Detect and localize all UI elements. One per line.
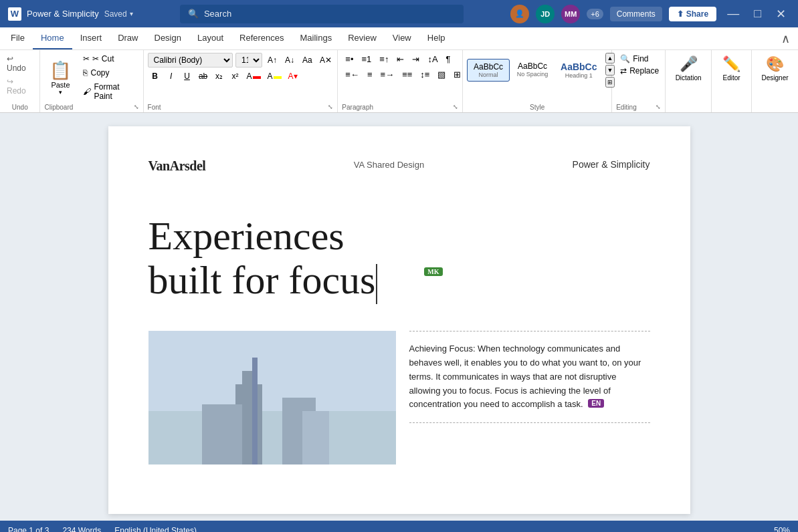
font-expand-icon[interactable]: ⤡ [328,104,333,110]
decrease-indent-button[interactable]: ⇤ [393,53,407,65]
underline-button[interactable]: U [180,70,195,82]
subscript-button[interactable]: x₂ [212,70,227,82]
top-dotted-line [409,331,650,331]
doc-subtitle-area: VA Shared Design [354,158,424,170]
bullets-button[interactable]: ≡• [342,53,357,65]
ribbon-collapse-button[interactable]: ∧ [776,31,795,46]
editor-label: Editor [722,74,740,82]
editor-icon: ✏️ [722,55,740,73]
editor-button[interactable]: ✏️ Editor [716,53,747,84]
paste-label: Paste [51,81,70,89]
status-bar: Page 1 of 3 234 Words English (United St… [0,521,798,532]
increase-indent-button[interactable]: ⇥ [409,53,423,65]
paragraph-expand-icon[interactable]: ⤡ [453,104,458,110]
show-formatting-button[interactable]: ¶ [443,53,454,65]
font-case-button[interactable]: Aa [300,54,314,66]
style-heading1[interactable]: AaBbCc Heading 1 [555,59,602,82]
para-row1: ≡• ≡1 ≡↑ ⇤ ⇥ ↕A ¶ [342,53,458,65]
search-bar[interactable]: 🔍 Search [180,5,464,23]
status-bar-left: Page 1 of 3 234 Words English (United St… [8,526,197,532]
doc-heading[interactable]: Experiences built for focus MK [148,214,650,304]
multilevel-button[interactable]: ≡↑ [376,53,392,65]
text-color-button[interactable]: A▾ [286,70,300,82]
building-svg [148,331,396,464]
tab-help[interactable]: Help [419,27,454,49]
justify-button[interactable]: ≡≡ [399,68,415,81]
format-paint-button[interactable]: 🖌Format Paint [79,81,138,102]
avatar-user1: 👤 [510,5,529,23]
tab-draw[interactable]: Draw [110,27,146,49]
clipboard-expand-icon[interactable]: ⤡ [134,104,139,110]
doc-image [148,331,396,464]
tab-design[interactable]: Design [146,27,189,49]
style-no-spacing[interactable]: AaBbCc No Spacing [511,59,554,82]
font-clear-button[interactable]: A✕ [317,54,333,66]
sort-button[interactable]: ↕A [424,53,441,65]
font-color-button[interactable]: A [244,70,264,82]
saved-indicator[interactable]: Saved [104,9,133,19]
font-grow-button[interactable]: A↑ [265,54,280,66]
tab-home[interactable]: Home [33,27,72,49]
minimize-button[interactable]: — [723,7,743,21]
paste-button[interactable]: 📋 Paste ▾ [44,57,76,98]
language: English (United States) [114,526,197,532]
align-right-button[interactable]: ≡→ [377,68,398,81]
font-family-select[interactable]: Calibri (Body) [148,53,233,68]
para-row2: ≡← ≡ ≡→ ≡≡ ↕≡ ▧ ⊞ [342,68,458,81]
replace-button[interactable]: ⇄Replace [616,65,661,77]
shading-button[interactable]: ▧ [434,68,449,81]
en-cursor-area: EN [585,399,604,409]
align-center-button[interactable]: ≡ [364,68,376,81]
editing-group-label: Editing [616,102,637,111]
clipboard-controls: 📋 Paste ▾ ✂✂ Cut ⎘Copy 🖌Format Paint [44,53,138,102]
line-spacing-button[interactable]: ↕≡ [417,68,433,81]
cut-button[interactable]: ✂✂ Cut [79,53,138,65]
copy-button[interactable]: ⎘Copy [79,67,138,79]
doc-header: VanArsdel VA Shared Design Power & Simpl… [148,158,650,174]
designer-label: Designer [762,74,789,82]
paragraph-controls: ≡• ≡1 ≡↑ ⇤ ⇥ ↕A ¶ ≡← ≡ ≡→ ≡≡ ↕≡ ▧ ⊞ [342,53,458,81]
close-button[interactable]: ✕ [772,7,790,21]
tab-insert[interactable]: Insert [72,27,110,49]
dictate-button[interactable]: 🎤 Dictation [670,53,707,84]
numbering-button[interactable]: ≡1 [359,53,375,65]
undo-button[interactable]: ↩ Undo [4,53,35,74]
title-bar-right: 👤 JD MM +6 Comments ⬆ Share — □ ✕ [510,5,790,23]
tab-mailings[interactable]: Mailings [292,27,340,49]
share-button[interactable]: ⬆ Share [669,7,716,21]
align-left-button[interactable]: ≡← [342,68,363,81]
editing-controls: 🔍Find ⇄Replace [616,53,661,77]
maximize-button[interactable]: □ [750,7,765,21]
share-icon: ⬆ [677,9,684,19]
tab-layout[interactable]: Layout [189,27,231,49]
bold-button[interactable]: B [148,70,163,82]
highlight-button[interactable]: A [265,70,284,82]
document[interactable]: VanArsdel VA Shared Design Power & Simpl… [108,126,690,514]
tab-review[interactable]: Review [340,27,385,49]
strikethrough-button[interactable]: ab [196,70,211,82]
superscript-button[interactable]: x² [228,70,243,82]
dictate-icon: 🎤 [680,55,698,73]
designer-button[interactable]: 🎨 Designer [756,53,794,84]
style-normal[interactable]: AaBbCc Normal [467,59,510,82]
doc-right-title: Power & Simplicity [573,159,650,170]
doc-title-right-area: Power & Simplicity [573,158,650,170]
tab-references[interactable]: References [231,27,292,49]
clipboard-group-label: Clipboard [44,102,73,111]
font-controls: Calibri (Body) 11 A↑ A↓ Aa A✕ B I U ab x… [148,53,334,85]
zoom-level: 50% [774,526,790,532]
font-shrink-button[interactable]: A↓ [282,54,297,66]
redo-button[interactable]: ↪ Redo [4,76,35,97]
comments-button[interactable]: Comments [610,7,662,21]
body-text[interactable]: Achieving Focus: When technology communi… [409,342,650,412]
find-button[interactable]: 🔍Find [616,53,661,65]
dictate-label: Dictation [676,74,702,82]
tab-view[interactable]: View [385,27,419,49]
style-controls: AaBbCc Normal AaBbCc No Spacing AaBbCc H… [467,53,607,88]
font-size-select[interactable]: 11 [235,53,262,68]
italic-button[interactable]: I [164,70,179,82]
tab-file[interactable]: File [3,27,33,49]
paragraph-group: ≡• ≡1 ≡↑ ⇤ ⇥ ↕A ¶ ≡← ≡ ≡→ ≡≡ ↕≡ ▧ ⊞ [338,50,463,112]
title-bar-left: W Power & Simplicity Saved [8,7,133,21]
editing-expand-icon[interactable]: ⤡ [656,104,661,110]
